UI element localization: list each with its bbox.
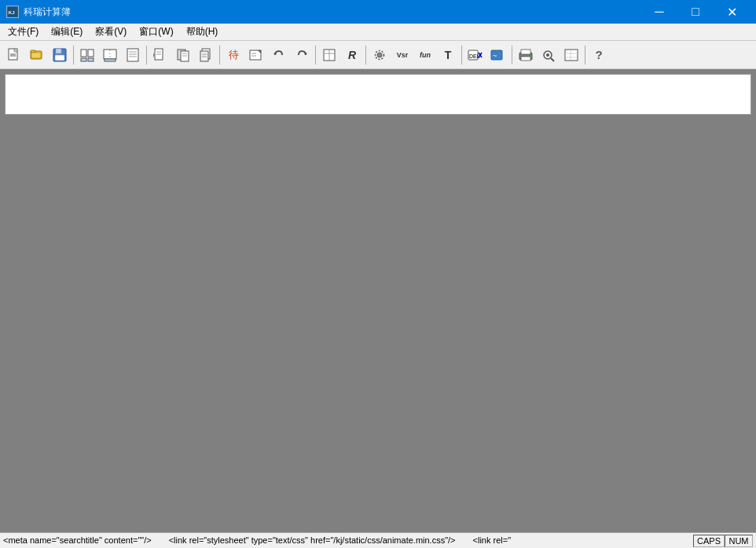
svg-rect-10 [56,49,61,53]
toolbar-sep-2 [146,46,147,64]
toolbar-sep-3 [219,46,220,64]
svg-rect-11 [55,55,64,61]
svg-rect-59 [565,50,578,61]
maximize-button[interactable]: □ [677,0,714,24]
toolbar-btn-b6[interactable] [195,44,217,66]
svg-text:DEL: DEL [469,53,480,59]
toolbar-sep-7 [512,46,512,64]
toolbar-btn-new[interactable] [3,44,25,66]
title-bar-left: KJ 科瑞计算簿 [6,6,71,19]
svg-rect-14 [81,58,86,61]
toolbar-btn-t[interactable]: T [437,44,459,66]
svg-line-58 [551,58,554,61]
svg-rect-28 [181,51,189,61]
svg-rect-13 [88,50,94,57]
minimize-button[interactable]: ─ [641,0,677,24]
toolbar-btn-help[interactable]: ? [588,44,610,66]
app-icon: KJ [6,6,19,18]
app-title: 科瑞计算簿 [24,6,71,19]
toolbar-sep-4 [315,46,316,64]
toolbar-btn-b9[interactable] [560,44,582,66]
svg-rect-54 [521,57,530,61]
toolbar-btn-save[interactable] [49,44,71,66]
toolbar-sep-6 [461,46,462,64]
menu-view[interactable]: 察看(V) [89,24,133,40]
toolbar-btn-b1[interactable] [76,44,98,66]
toolbar-btn-vsr[interactable]: Vsr [391,44,413,66]
content-area [0,69,756,532]
toolbar-btn-print[interactable] [515,44,537,66]
svg-rect-32 [200,51,208,61]
status-text: <meta name="searchtitle" content=""/> <l… [3,535,693,546]
svg-rect-18 [105,59,116,61]
toolbar-btn-open[interactable] [26,44,48,66]
svg-rect-7 [31,50,35,53]
toolbar-btn-del[interactable]: DEL [464,44,486,66]
svg-rect-8 [31,53,41,58]
svg-text:KJ: KJ [9,9,15,15]
svg-point-44 [377,53,382,57]
toolbar-btn-b2[interactable] [99,44,121,66]
close-button[interactable]: ✕ [714,0,750,24]
menu-file[interactable]: 文件(F) [2,24,45,40]
menu-window[interactable]: 窗口(W) [133,24,179,40]
status-bar: <meta name="searchtitle" content=""/> <l… [0,532,756,548]
document-area[interactable] [5,74,751,115]
toolbar-btn-b7[interactable] [245,44,267,66]
toolbar-btn-undo[interactable] [268,44,290,66]
toolbar: 待 R [0,41,756,69]
toolbar-btn-b8[interactable] [318,44,340,66]
toolbar-btn-gear[interactable] [369,44,391,66]
svg-rect-19 [127,49,138,61]
svg-point-55 [529,54,530,56]
toolbar-btn-b3[interactable] [122,44,144,66]
toolbar-btn-redo[interactable] [291,44,313,66]
svg-rect-53 [521,50,530,54]
title-bar-controls: ─ □ ✕ [641,0,750,24]
toolbar-btn-r[interactable]: R [341,44,363,66]
toolbar-sep-8 [585,46,585,64]
toolbar-sep-1 [73,46,74,64]
num-indicator: NUM [725,535,753,547]
status-indicators: CAPS NUM [693,535,753,547]
menu-edit[interactable]: 编辑(E) [45,24,89,40]
toolbar-btn-wait[interactable]: 待 [222,44,244,66]
svg-rect-15 [88,58,94,61]
toolbar-btn-preview[interactable] [538,44,560,66]
toolbar-btn-b4[interactable] [149,44,171,66]
toolbar-btn-b5[interactable] [172,44,194,66]
title-bar: KJ 科瑞计算簿 ─ □ ✕ [0,0,756,24]
toolbar-btn-tilde[interactable]: ~ [487,44,509,66]
menu-help[interactable]: 帮助(H) [180,24,225,40]
svg-point-57 [546,53,549,57]
svg-rect-12 [81,50,86,57]
caps-indicator: CAPS [693,535,725,547]
menu-bar: 文件(F) 编辑(E) 察看(V) 窗口(W) 帮助(H) [0,24,756,41]
svg-text:~: ~ [493,52,497,60]
main-area [3,116,753,529]
toolbar-sep-5 [365,46,366,64]
toolbar-btn-fun[interactable]: fun [414,44,436,66]
